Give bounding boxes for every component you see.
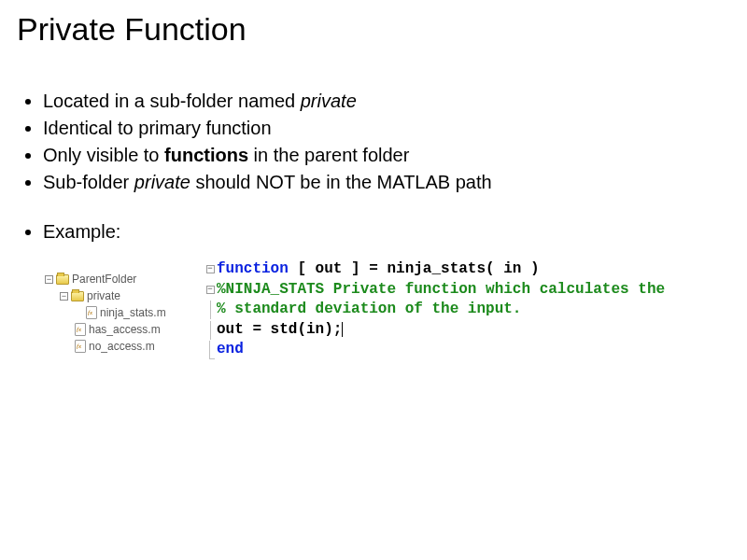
tree-file-no[interactable]: no_access.m bbox=[45, 338, 185, 355]
folder-icon bbox=[56, 274, 69, 285]
bullet-text: should NOT be in the MATLAB path bbox=[190, 172, 492, 192]
folder-tree: − ParentFolder − private ninja_stats.m h… bbox=[45, 259, 185, 355]
code-comment: % standard deviation of the input. bbox=[217, 300, 521, 320]
tree-label: ParentFolder bbox=[72, 271, 136, 287]
tree-label: private bbox=[87, 287, 120, 304]
bullet-item: Sub-folder private should NOT be in the … bbox=[43, 170, 730, 195]
code-line: out = std(in); bbox=[204, 320, 665, 341]
mfile-icon bbox=[86, 306, 97, 319]
code-line: − function [ out ] = ninja_stats( in ) bbox=[204, 259, 665, 280]
code-comment: %NINJA_STATS Private function which calc… bbox=[217, 280, 665, 301]
bullet-text: Sub-folder bbox=[43, 172, 134, 192]
fold-bar-icon bbox=[210, 301, 211, 319]
tree-folder-private[interactable]: − private bbox=[45, 287, 185, 304]
tree-file-ninja[interactable]: ninja_stats.m bbox=[45, 304, 185, 321]
text-cursor bbox=[342, 322, 343, 337]
page-title: Private Function bbox=[17, 11, 730, 48]
bullet-text: Only visible to bbox=[43, 145, 164, 165]
tree-label: no_access.m bbox=[89, 338, 155, 355]
example-heading-list: Example: bbox=[43, 221, 730, 243]
example-content: − ParentFolder − private ninja_stats.m h… bbox=[17, 259, 730, 360]
folder-icon bbox=[71, 291, 84, 301]
tree-label: ninja_stats.m bbox=[100, 304, 166, 321]
collapse-icon[interactable]: − bbox=[45, 275, 53, 284]
code-editor[interactable]: − function [ out ] = ninja_stats( in ) −… bbox=[204, 259, 665, 360]
bullet-bold: functions bbox=[164, 145, 248, 165]
code-line: % standard deviation of the input. bbox=[204, 300, 665, 320]
code-line: end bbox=[204, 340, 665, 360]
bullet-item: Identical to primary function bbox=[43, 116, 730, 141]
example-heading: Example: bbox=[43, 221, 730, 243]
bullet-text: Located in a sub-folder named bbox=[43, 91, 301, 111]
code-text: out = std(in); bbox=[217, 321, 342, 338]
bullet-item: Located in a sub-folder named private bbox=[43, 89, 730, 114]
bullet-list: Located in a sub-folder named private Id… bbox=[43, 89, 730, 195]
slide: Private Function Located in a sub-folder… bbox=[0, 0, 747, 370]
bullet-text: in the parent folder bbox=[248, 145, 409, 165]
mfile-icon bbox=[75, 340, 86, 353]
bullet-em: private bbox=[301, 91, 357, 111]
bullet-em: private bbox=[134, 172, 190, 192]
code-text: [ out ] = ninja_stats( in ) bbox=[289, 260, 540, 277]
tree-file-has[interactable]: has_access.m bbox=[45, 321, 185, 338]
code-keyword: function bbox=[217, 260, 289, 277]
mfile-icon bbox=[75, 323, 86, 336]
fold-icon[interactable]: − bbox=[206, 265, 215, 273]
collapse-icon[interactable]: − bbox=[60, 292, 68, 301]
bullet-item: Only visible to functions in the parent … bbox=[43, 143, 730, 168]
tree-label: has_access.m bbox=[89, 321, 161, 338]
fold-icon[interactable]: − bbox=[206, 286, 215, 294]
code-line: − %NINJA_STATS Private function which ca… bbox=[204, 280, 665, 301]
tree-folder-parent[interactable]: − ParentFolder bbox=[45, 271, 185, 287]
code-keyword: end bbox=[217, 340, 244, 360]
fold-bar-icon bbox=[210, 321, 211, 340]
fold-end-icon bbox=[209, 341, 215, 359]
